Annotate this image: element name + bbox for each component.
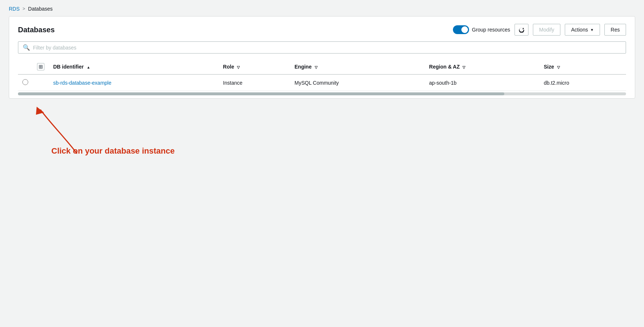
group-resources-toggle[interactable] — [453, 25, 469, 34]
databases-panel: Databases Group resources Modify Actions… — [9, 16, 635, 99]
expand-all-icon[interactable]: ⊞ — [37, 63, 44, 70]
db-identifier-link[interactable]: sb-rds-database-example — [53, 80, 111, 86]
row-region-az-value: ap-south-1b — [429, 80, 457, 86]
row-size-value: db.t2.micro — [544, 80, 569, 86]
refresh-icon — [519, 27, 524, 33]
col-header-select — [18, 59, 33, 74]
scrollbar-track — [18, 92, 626, 95]
group-resources-toggle-group: Group resources — [453, 25, 510, 34]
col-header-engine-label: Engine — [294, 64, 312, 70]
db-identifier-sort-icon: ▲ — [87, 65, 90, 69]
breadcrumb-current: Databases — [28, 6, 53, 12]
annotation-text: Click on your database instance — [51, 146, 175, 156]
row-engine-cell: MySQL Community — [290, 74, 425, 91]
annotation-container: Click on your database instance — [29, 102, 644, 176]
table-header-row: ⊞ DB identifier ▲ Role ▽ Engine ▽ Region… — [18, 59, 626, 74]
row-role-value: Instance — [223, 80, 242, 86]
annotation-label: Click on your database instance — [51, 146, 175, 155]
col-header-engine[interactable]: Engine ▽ — [290, 59, 425, 74]
refresh-button[interactable] — [515, 24, 528, 36]
col-header-size-label: Size — [544, 64, 554, 70]
breadcrumb-separator: > — [23, 6, 25, 11]
engine-sort-icon: ▽ — [315, 65, 318, 69]
table-scrollbar[interactable] — [18, 91, 626, 98]
actions-label: Actions — [571, 27, 588, 33]
search-icon: 🔍 — [23, 44, 30, 51]
region-az-sort-icon: ▽ — [462, 65, 465, 69]
breadcrumb-rds-link[interactable]: RDS — [9, 6, 20, 12]
col-header-region-az[interactable]: Region & AZ ▽ — [425, 59, 539, 74]
row-radio-button[interactable] — [22, 79, 28, 85]
row-select-cell — [18, 74, 33, 91]
col-header-expand: ⊞ — [33, 59, 49, 74]
scrollbar-thumb — [18, 92, 504, 95]
restore-button[interactable]: Res — [604, 24, 626, 36]
header-controls: Group resources Modify Actions ▼ Res — [453, 24, 626, 36]
table-row: sb-rds-database-example Instance MySQL C… — [18, 74, 626, 91]
col-header-size[interactable]: Size ▽ — [539, 59, 626, 74]
col-header-role[interactable]: Role ▽ — [219, 59, 290, 74]
row-expand-cell — [33, 74, 49, 91]
col-header-db-identifier-label: DB identifier — [53, 64, 84, 70]
breadcrumb: RDS > Databases — [0, 0, 644, 16]
row-region-az-cell: ap-south-1b — [425, 74, 539, 91]
actions-dropdown-arrow: ▼ — [590, 28, 594, 32]
modify-button[interactable]: Modify — [533, 24, 560, 36]
row-role-cell: Instance — [219, 74, 290, 91]
col-header-role-label: Role — [223, 64, 234, 70]
row-db-identifier-cell: sb-rds-database-example — [49, 74, 219, 91]
group-resources-label: Group resources — [472, 27, 510, 33]
actions-button[interactable]: Actions ▼ — [565, 24, 600, 36]
panel-header: Databases Group resources Modify Actions… — [18, 24, 626, 36]
col-header-db-identifier[interactable]: DB identifier ▲ — [49, 59, 219, 74]
panel-title: Databases — [18, 26, 55, 34]
databases-table: ⊞ DB identifier ▲ Role ▽ Engine ▽ Region… — [18, 59, 626, 91]
search-bar: 🔍 — [18, 41, 626, 54]
col-header-region-az-label: Region & AZ — [429, 64, 460, 70]
role-sort-icon: ▽ — [237, 65, 240, 69]
row-size-cell: db.t2.micro — [539, 74, 626, 91]
size-sort-icon: ▽ — [557, 65, 560, 69]
row-engine-value: MySQL Community — [294, 80, 339, 86]
search-input[interactable] — [33, 45, 621, 51]
